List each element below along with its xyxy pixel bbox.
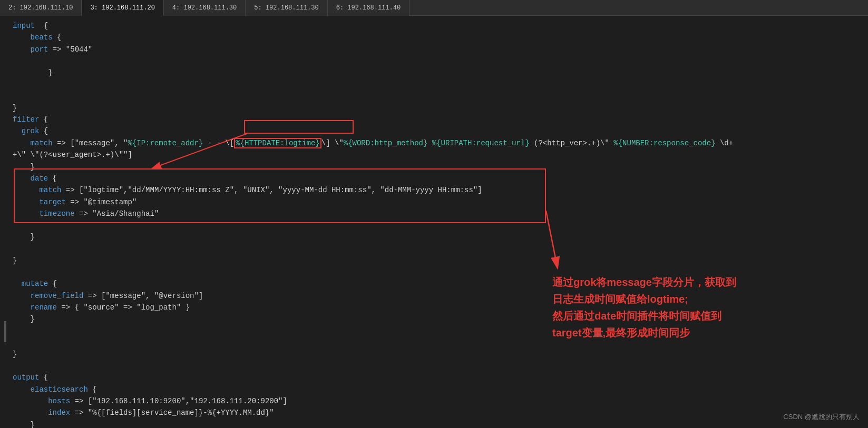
- code-line: target => "@timestamp": [13, 196, 868, 208]
- watermark: CSDN @尴尬的只有别人: [783, 412, 860, 422]
- code-line: [13, 79, 868, 91]
- code-line: [13, 55, 868, 67]
- code-line: hosts => ["192.168.111.10:9200","192.168…: [13, 395, 868, 407]
- tab-4[interactable]: 5: 192.168.111.30: [246, 0, 327, 16]
- code-line: [13, 243, 868, 255]
- main-content: input { beats { port => "5044" }}filter …: [0, 16, 868, 428]
- code-line: [13, 325, 868, 337]
- code-line: index => "%{[fields][service_name]}-%{+Y…: [13, 407, 868, 419]
- tab-5[interactable]: 6: 192.168.111.40: [328, 0, 409, 16]
- tab-bar: 2: 192.168.111.10 3: 192.168.111.20 4: 1…: [0, 0, 868, 16]
- code-line: filter {: [13, 114, 868, 125]
- code-line: }: [13, 419, 868, 428]
- code-line: date {: [13, 173, 868, 184]
- code-line: beats {: [13, 32, 868, 43]
- code-line: }: [13, 231, 868, 243]
- code-line: remove_field => ["message", "@version"]: [13, 290, 868, 302]
- scroll-indicator[interactable]: [4, 321, 6, 342]
- code-line: match => ["message", "%{IP:remote_addr} …: [13, 137, 868, 149]
- code-line: rename => { "source" => "log_path" }: [13, 302, 868, 313]
- code-line: timezone => "Asia/Shanghai": [13, 208, 868, 220]
- code-line: }: [13, 313, 868, 325]
- code-line: output {: [13, 372, 868, 383]
- code-line: input {: [13, 20, 868, 32]
- line-gutter: [0, 16, 4, 428]
- code-line: [13, 337, 868, 349]
- code-line: }: [13, 349, 868, 360]
- tab-2[interactable]: 3: 192.168.111.20: [82, 0, 163, 16]
- code-line: match => ["logtime","dd/MMM/YYYY:HH:mm:s…: [13, 184, 868, 196]
- code-line: }: [13, 161, 868, 173]
- code-line: [13, 360, 868, 372]
- code-line: }: [13, 67, 868, 78]
- code-area[interactable]: input { beats { port => "5044" }}filter …: [4, 16, 868, 428]
- tab-1[interactable]: 2: 192.168.111.10: [0, 0, 82, 16]
- code-line: [13, 266, 868, 278]
- code-line: grok {: [13, 125, 868, 137]
- code-line: [13, 91, 868, 102]
- code-line: }: [13, 255, 868, 266]
- code-line: mutate {: [13, 278, 868, 290]
- code-line: port => "5044": [13, 44, 868, 55]
- code-line: [13, 220, 868, 231]
- code-line: elasticsearch {: [13, 384, 868, 395]
- tab-3[interactable]: 4: 192.168.111.30: [164, 0, 246, 16]
- code-line: +\" \"(?<user_agent>.+)\""]: [13, 149, 868, 161]
- code-line: }: [13, 102, 868, 114]
